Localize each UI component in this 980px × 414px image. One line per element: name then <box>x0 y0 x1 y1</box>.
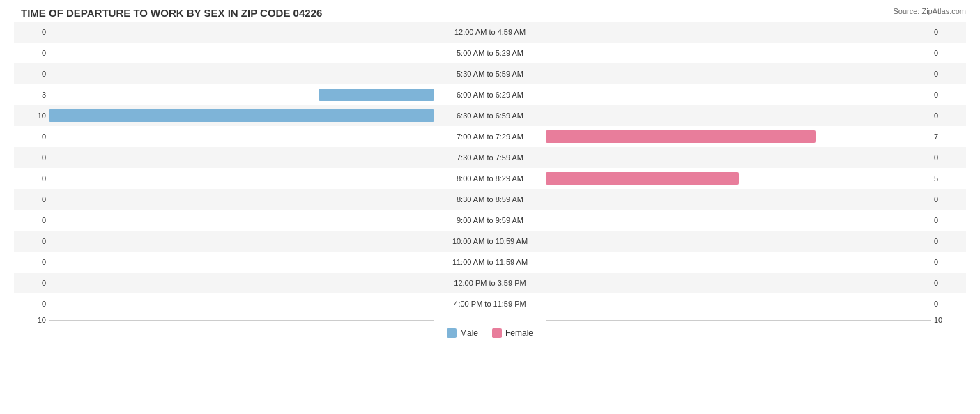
legend-female: Female <box>492 328 533 338</box>
table-row: 106:30 AM to 6:59 AM0 <box>14 105 966 126</box>
female-value: 0 <box>931 237 966 245</box>
table-row: 36:00 AM to 6:29 AM0 <box>14 84 966 105</box>
table-row: 07:30 AM to 7:59 AM0 <box>14 147 966 168</box>
male-value: 0 <box>14 28 49 36</box>
female-value: 0 <box>931 49 966 57</box>
legend-male: Male <box>447 328 478 338</box>
female-bar-area <box>546 84 931 105</box>
time-label: 9:00 AM to 9:59 AM <box>434 216 546 224</box>
chart-container: TIME OF DEPARTURE TO WORK BY SEX IN ZIP … <box>0 0 980 414</box>
bottom-axis-row: 10 10 <box>14 316 966 324</box>
chart-title: TIME OF DEPARTURE TO WORK BY SEX IN ZIP … <box>14 7 966 19</box>
female-value: 0 <box>931 300 966 308</box>
table-row: 010:00 AM to 10:59 AM0 <box>14 231 966 252</box>
female-bar-area <box>546 63 931 84</box>
male-bar-area <box>49 210 434 231</box>
chart-area: 012:00 AM to 4:59 AM005:00 AM to 5:29 AM… <box>14 22 966 359</box>
male-bar-area <box>49 189 434 210</box>
female-value: 7 <box>931 132 966 141</box>
male-value: 0 <box>14 279 49 287</box>
female-bar-area <box>546 210 931 231</box>
time-label: 4:00 PM to 11:59 PM <box>434 300 546 308</box>
female-bar-area <box>546 126 931 147</box>
male-value: 0 <box>14 258 49 266</box>
axis-left-label: 10 <box>14 316 49 324</box>
male-value: 0 <box>14 237 49 245</box>
male-bar-area <box>49 43 434 63</box>
time-label: 12:00 AM to 4:59 AM <box>434 28 546 36</box>
time-label: 8:00 AM to 8:29 AM <box>434 174 546 183</box>
male-value: 0 <box>14 70 49 78</box>
male-value: 0 <box>14 132 49 141</box>
male-bar-area <box>49 293 434 314</box>
female-value: 0 <box>931 28 966 36</box>
time-label: 10:00 AM to 10:59 AM <box>434 237 546 245</box>
time-label: 12:00 PM to 3:59 PM <box>434 279 546 287</box>
male-bar-area <box>49 147 434 168</box>
female-bar <box>546 172 739 185</box>
table-row: 05:00 AM to 5:29 AM0 <box>14 43 966 63</box>
male-bar <box>49 109 434 122</box>
table-row: 04:00 PM to 11:59 PM0 <box>14 293 966 314</box>
table-row: 08:00 AM to 8:29 AM5 <box>14 168 966 189</box>
female-value: 0 <box>931 153 966 162</box>
time-label: 5:00 AM to 5:29 AM <box>434 49 546 57</box>
female-value: 0 <box>931 279 966 287</box>
axis-right-label: 10 <box>931 316 966 324</box>
legend-female-box <box>492 328 502 338</box>
female-value: 0 <box>931 112 966 120</box>
female-bar-area <box>546 22 931 43</box>
female-value: 5 <box>931 174 966 183</box>
female-value: 0 <box>931 216 966 224</box>
female-bar <box>546 130 816 143</box>
male-value: 0 <box>14 49 49 57</box>
male-value: 0 <box>14 174 49 183</box>
female-bar-area <box>546 147 931 168</box>
legend-female-label: Female <box>505 328 533 338</box>
time-label: 5:30 AM to 5:59 AM <box>434 70 546 78</box>
female-bar-area <box>546 189 931 210</box>
male-value: 10 <box>14 112 49 120</box>
legend: Male Female <box>14 328 966 338</box>
rows-wrapper: 012:00 AM to 4:59 AM005:00 AM to 5:29 AM… <box>14 22 966 314</box>
male-value: 0 <box>14 300 49 308</box>
male-bar-area <box>49 84 434 105</box>
time-label: 7:30 AM to 7:59 AM <box>434 153 546 162</box>
time-label: 8:30 AM to 8:59 AM <box>434 195 546 204</box>
legend-male-label: Male <box>460 328 478 338</box>
male-bar-area <box>49 22 434 43</box>
male-bar-area <box>49 231 434 252</box>
female-bar-area <box>546 293 931 314</box>
female-bar-area <box>546 252 931 273</box>
table-row: 08:30 AM to 8:59 AM0 <box>14 189 966 210</box>
time-label: 6:00 AM to 6:29 AM <box>434 91 546 99</box>
time-label: 7:00 AM to 7:29 AM <box>434 132 546 141</box>
female-bar-area <box>546 168 931 189</box>
table-row: 05:30 AM to 5:59 AM0 <box>14 63 966 84</box>
female-value: 0 <box>931 195 966 204</box>
table-row: 09:00 AM to 9:59 AM0 <box>14 210 966 231</box>
female-bar-area <box>546 231 931 252</box>
male-bar-area <box>49 105 434 126</box>
female-value: 0 <box>931 70 966 78</box>
female-value: 0 <box>931 258 966 266</box>
table-row: 012:00 PM to 3:59 PM0 <box>14 273 966 293</box>
male-value: 0 <box>14 216 49 224</box>
female-bar-area <box>546 43 931 63</box>
female-value: 0 <box>931 91 966 99</box>
male-bar-area <box>49 63 434 84</box>
male-value: 0 <box>14 153 49 162</box>
source-label: Source: ZipAtlas.com <box>893 7 966 15</box>
male-bar <box>319 89 434 101</box>
table-row: 011:00 AM to 11:59 AM0 <box>14 252 966 273</box>
male-value: 3 <box>14 91 49 99</box>
table-row: 012:00 AM to 4:59 AM0 <box>14 22 966 43</box>
male-bar-area <box>49 273 434 293</box>
legend-male-box <box>447 328 457 338</box>
male-bar-area <box>49 126 434 147</box>
time-label: 6:30 AM to 6:59 AM <box>434 112 546 120</box>
male-bar-area <box>49 252 434 273</box>
male-bar-area <box>49 168 434 189</box>
female-bar-area <box>546 105 931 126</box>
male-value: 0 <box>14 195 49 204</box>
